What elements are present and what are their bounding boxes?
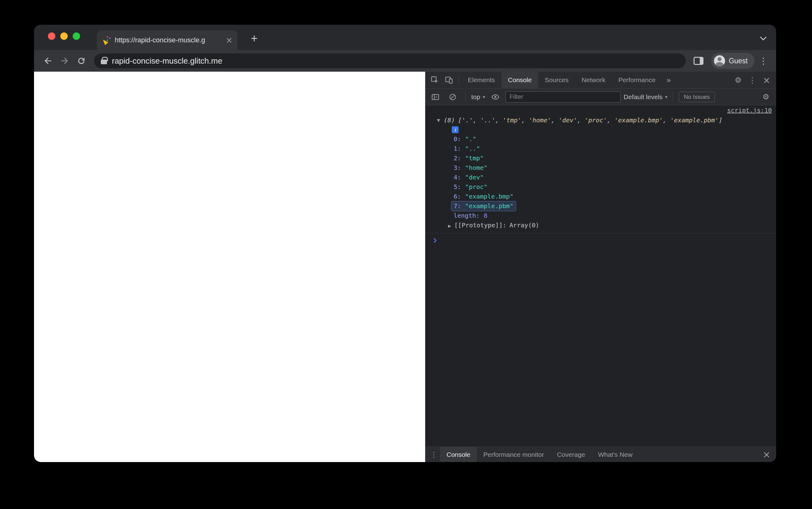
drawer-tab[interactable]: Console — [440, 447, 477, 462]
array-value: "dev" — [465, 174, 483, 181]
url-text[interactable]: rapid-concise-muscle.glitch.me — [112, 56, 222, 66]
prototype-row[interactable]: ▶[[Prototype]]:Array(0) — [425, 220, 776, 231]
window-minimize-button[interactable] — [60, 32, 68, 40]
browser-tab[interactable]: https://rapid-concise-muscle.g × — [97, 30, 238, 50]
javascript-context-selector[interactable]: top ▾ — [471, 93, 485, 101]
divider — [465, 93, 466, 101]
side-panel-button[interactable] — [690, 53, 707, 69]
devtools-panel-tab[interactable]: Elements — [461, 72, 502, 88]
length-label: length: — [454, 212, 479, 219]
console-array-preview[interactable]: ▼(8)['.', '..', 'tmp', 'home', 'dev', 'p… — [425, 115, 776, 125]
levels-label: Default levels — [624, 93, 663, 101]
array-index: 4: — [454, 174, 461, 181]
preview-string: 'example.bmp' — [615, 116, 663, 124]
array-length-row: length:8 — [425, 211, 776, 220]
forward-arrow-icon — [60, 56, 69, 66]
console-array-item[interactable]: 0:"." — [425, 134, 776, 144]
console-source-row: script.js:10 — [425, 106, 776, 115]
party-popper-favicon-icon — [102, 36, 111, 45]
back-button[interactable] — [39, 53, 56, 69]
array-index: 1: — [454, 145, 461, 152]
console-sidebar-button[interactable] — [428, 90, 442, 104]
live-expression-button[interactable] — [488, 90, 502, 104]
array-value: "example.bmp" — [465, 193, 513, 200]
console-array-item[interactable]: 2:"tmp" — [425, 154, 776, 163]
console-array-item[interactable]: 3:"home" — [425, 163, 776, 173]
devtools-panel-tab[interactable]: Network — [575, 72, 612, 88]
array-index: 7: — [454, 202, 461, 210]
array-preview-items: '.', '..', 'tmp', 'home', 'dev', 'proc',… — [462, 116, 719, 124]
array-value: ".." — [465, 145, 480, 152]
address-bar[interactable]: rapid-concise-muscle.glitch.me — [94, 54, 686, 68]
preview-separator: , — [577, 116, 585, 124]
preview-string: 'tmp' — [503, 116, 521, 124]
preview-separator: , — [607, 116, 615, 124]
devtools-tabs: ElementsConsoleSourcesNetworkPerformance — [461, 72, 662, 88]
chevron-down-icon: ▾ — [483, 94, 485, 100]
issues-badge[interactable]: No Issues — [679, 92, 715, 102]
devtools-panel-tab[interactable]: Console — [502, 72, 538, 88]
inspect-element-button[interactable] — [428, 73, 442, 87]
reload-button[interactable] — [73, 53, 90, 69]
console-settings-button[interactable]: ⚙ — [759, 90, 773, 104]
array-value: "tmp" — [465, 155, 483, 162]
console-array-item[interactable]: 6:"example.bmp" — [425, 192, 776, 201]
tab-title: https://rapid-concise-muscle.g — [115, 36, 222, 44]
console-output: script.js:10 ▼(8)['.', '..', 'tmp', 'hom… — [425, 105, 776, 447]
array-index: 2: — [454, 155, 461, 162]
array-index: 5: — [454, 183, 461, 191]
array-value: "proc" — [465, 183, 487, 191]
console-filter-input[interactable] — [506, 92, 621, 103]
array-count: (8) — [444, 116, 455, 124]
bracket-open: [ — [458, 116, 462, 124]
devtools-settings-button[interactable]: ⚙ — [731, 73, 745, 87]
forward-button[interactable] — [56, 53, 73, 69]
preview-separator: , — [495, 116, 503, 124]
window-close-button[interactable] — [48, 32, 55, 40]
preview-separator: , — [473, 116, 480, 124]
browser-menu-button[interactable]: ⋮ — [756, 53, 771, 69]
console-prompt[interactable] — [425, 234, 776, 247]
array-index: 0: — [454, 135, 461, 143]
tab-close-icon[interactable]: × — [226, 36, 232, 44]
console-info-row: i — [425, 125, 776, 134]
console-toolbar: top ▾ Default levels ▾ No Issues ⚙ — [425, 89, 776, 105]
expand-closed-icon[interactable]: ▶ — [448, 224, 451, 228]
console-array-item[interactable]: 1:".." — [425, 144, 776, 154]
devtools-panel-tab[interactable]: Sources — [538, 72, 575, 88]
devtools-close-button[interactable]: × — [759, 73, 774, 87]
avatar-icon — [714, 55, 725, 66]
console-array-item[interactable]: 4:"dev" — [425, 173, 776, 182]
inspect-cursor-icon — [431, 76, 439, 84]
array-value: "example.pbm" — [465, 202, 513, 210]
drawer-close-button[interactable]: × — [759, 447, 774, 462]
console-prompt-chevron-icon — [432, 238, 437, 243]
log-levels-selector[interactable]: Default levels ▾ — [624, 93, 667, 101]
info-badge-icon[interactable]: i — [452, 126, 459, 133]
lock-icon[interactable] — [101, 60, 107, 64]
prototype-value: Array(0) — [509, 222, 539, 229]
drawer-tab[interactable]: Performance monitor — [477, 447, 551, 462]
window-zoom-button[interactable] — [73, 32, 80, 40]
drawer-tab[interactable]: What's New — [592, 447, 639, 462]
drawer-menu-button[interactable]: ⋮ — [428, 447, 440, 462]
device-toolbar-button[interactable] — [442, 73, 456, 87]
more-tabs-icon[interactable]: » — [662, 76, 675, 84]
clear-console-button[interactable] — [445, 90, 460, 104]
expand-open-icon[interactable]: ▼ — [437, 115, 440, 125]
devtools-panel-tab[interactable]: Performance — [612, 72, 662, 88]
array-value: "." — [465, 135, 476, 143]
console-array-item[interactable]: 7:"example.pbm" — [425, 201, 776, 211]
tab-search-chevron-icon[interactable] — [760, 34, 767, 40]
profile-chip[interactable]: Guest — [711, 53, 754, 69]
preview-string: 'example.pbm' — [670, 116, 719, 124]
preview-string: '.' — [462, 116, 473, 124]
console-array-item[interactable]: 5:"proc" — [425, 182, 776, 192]
devtools-menu-button[interactable]: ⋮ — [745, 73, 759, 87]
eye-icon — [491, 93, 500, 101]
new-tab-button[interactable]: + — [247, 31, 261, 46]
drawer-tab[interactable]: Coverage — [551, 447, 592, 462]
preview-string: 'dev' — [558, 116, 577, 124]
back-arrow-icon — [43, 56, 53, 66]
console-source-link[interactable]: script.js:10 — [727, 107, 772, 114]
